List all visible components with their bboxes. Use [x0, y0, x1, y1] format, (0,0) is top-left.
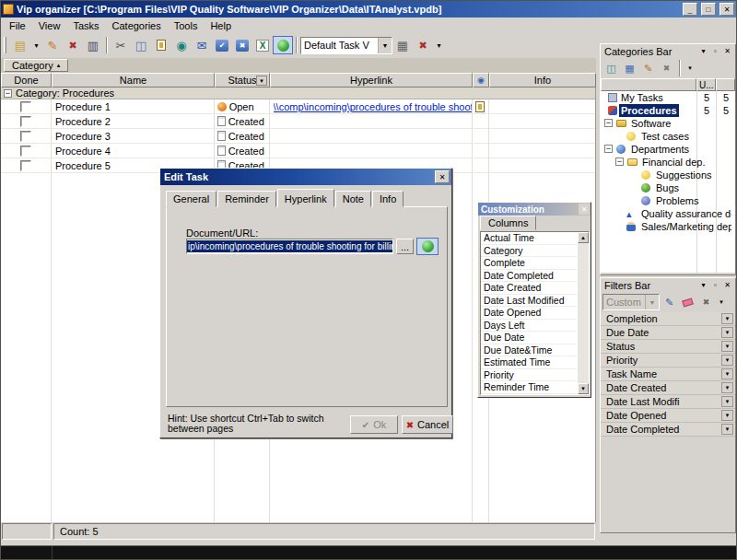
- column-item[interactable]: Reminder Time: [481, 381, 577, 394]
- collapse-icon[interactable]: −: [615, 158, 624, 166]
- menu-categories[interactable]: Categories: [106, 18, 168, 33]
- pin-icon[interactable]: ▫: [709, 279, 721, 291]
- column-item[interactable]: Estimated Time: [481, 356, 577, 369]
- table-row[interactable]: Procedure 2 Created: [1, 114, 595, 129]
- collapse-group-icon[interactable]: −: [4, 89, 12, 98]
- add-category-button[interactable]: ◫: [602, 60, 620, 76]
- tree-item-software[interactable]: − Software: [601, 117, 735, 130]
- copy-button[interactable]: ◫: [131, 36, 151, 54]
- filter-row-priority[interactable]: Priority▼: [601, 354, 735, 368]
- print-button[interactable]: ▥: [83, 36, 103, 54]
- new-subcategory-button[interactable]: ▦: [621, 60, 638, 76]
- column-item[interactable]: Actual Time: [481, 232, 577, 245]
- delete-category-button[interactable]: ✖: [658, 60, 675, 76]
- column-item[interactable]: Category: [481, 245, 577, 258]
- tab-general[interactable]: General: [166, 191, 216, 207]
- column-item[interactable]: Date Completed: [481, 270, 577, 283]
- collapse-icon[interactable]: −: [604, 119, 613, 127]
- table-row[interactable]: Procedure 1 Open \\comp\incoming\procedu…: [1, 99, 595, 114]
- column-header-status[interactable]: Status ▼: [215, 73, 270, 88]
- total-column-header[interactable]: [716, 78, 735, 91]
- tree-item-quality-assurance[interactable]: ▴ Quality assurance de: [601, 207, 735, 220]
- export-excel-button[interactable]: X: [252, 36, 273, 54]
- column-item[interactable]: Complete: [481, 257, 577, 270]
- tab-note[interactable]: Note: [335, 191, 371, 207]
- panel-menu-icon[interactable]: ▾: [697, 279, 709, 291]
- email-task-button[interactable]: ✉: [192, 36, 212, 54]
- tree-item-bugs[interactable]: Bugs: [601, 181, 735, 194]
- combo-arrow-icon[interactable]: ▼: [378, 38, 392, 53]
- tree-item-financial-dep[interactable]: − Financial dep.: [601, 156, 735, 169]
- delete-filter-button[interactable]: ✖: [697, 294, 715, 310]
- cancel-button[interactable]: ✖ Cancel: [402, 415, 453, 434]
- filter-row-task-name[interactable]: Task Name▼: [601, 368, 735, 381]
- category-column-header[interactable]: [601, 78, 696, 91]
- task-view-combo[interactable]: Default Task V ▼: [300, 37, 392, 54]
- maximize-button[interactable]: □: [701, 3, 716, 16]
- filter-dropdown-icon[interactable]: ▼: [721, 355, 733, 366]
- tab-info[interactable]: Info: [372, 191, 404, 207]
- table-row[interactable]: Procedure 3 Created: [1, 129, 595, 144]
- tree-item-suggestions[interactable]: Suggestions: [601, 169, 735, 181]
- hyperlink-button[interactable]: [273, 36, 293, 54]
- filter-row-date-created[interactable]: Date Created▼: [601, 381, 735, 395]
- edit-category-button[interactable]: ✎: [639, 60, 657, 76]
- filter-dropdown-icon[interactable]: ▼: [721, 410, 733, 421]
- uncompleted-column-header[interactable]: U...: [696, 78, 716, 91]
- group-row[interactable]: − Category: Procedures: [1, 88, 595, 99]
- filter-row-status[interactable]: Status▼: [601, 340, 735, 354]
- menu-file[interactable]: File: [3, 18, 32, 33]
- scrollbar[interactable]: ▲ ▼: [578, 232, 589, 394]
- filter-row-date-completed[interactable]: Date Completed▼: [601, 423, 735, 437]
- filter-dropdown-icon[interactable]: ▼: [721, 382, 733, 393]
- categories-overflow-dropdown[interactable]: ▾: [684, 60, 696, 76]
- cut-button[interactable]: ✂: [111, 36, 131, 54]
- menu-tasks[interactable]: Tasks: [66, 18, 105, 33]
- new-task-button[interactable]: ▤: [10, 36, 30, 54]
- column-item[interactable]: Due Date&Time: [481, 344, 577, 357]
- filter-dropdown-icon[interactable]: ▼: [721, 313, 733, 324]
- menu-help[interactable]: Help: [204, 18, 238, 33]
- delete-task-button[interactable]: ✖: [63, 36, 83, 54]
- clear-filter-button[interactable]: [679, 294, 696, 310]
- open-hyperlink-button[interactable]: [416, 238, 439, 255]
- column-item[interactable]: Date Created: [481, 282, 577, 295]
- document-url-input[interactable]: ip\incoming\procedures of trouble shooti…: [186, 239, 393, 254]
- filter-row-due-date[interactable]: Due Date▼: [601, 326, 735, 340]
- ok-button[interactable]: ✔ Ok: [350, 415, 398, 434]
- complete-task-button[interactable]: ✔: [212, 36, 232, 54]
- view-task-button[interactable]: ◉: [171, 36, 192, 54]
- task-hyperlink[interactable]: \\comp\incoming\procedures of trouble sh…: [274, 101, 473, 112]
- done-checkbox[interactable]: [20, 101, 31, 112]
- column-item[interactable]: Priority: [481, 369, 577, 382]
- scroll-down-icon[interactable]: ▼: [578, 383, 589, 394]
- hyperlink-column-icon[interactable]: ◉: [473, 73, 489, 88]
- close-button[interactable]: ✕: [719, 3, 734, 16]
- done-checkbox[interactable]: [20, 131, 31, 142]
- pin-icon[interactable]: ▫: [709, 45, 721, 57]
- filter-row-date-opened[interactable]: Date Opened▼: [601, 409, 735, 423]
- done-checkbox[interactable]: [20, 116, 31, 127]
- done-checkbox[interactable]: [20, 146, 31, 157]
- tab-columns[interactable]: Columns: [480, 216, 536, 230]
- tree-item-problems[interactable]: Problems: [601, 194, 735, 207]
- tree-item-procedures[interactable]: Procedures 5 5: [601, 104, 735, 117]
- edit-task-button[interactable]: ✎: [42, 36, 63, 54]
- column-header-info[interactable]: Info: [489, 73, 596, 88]
- filter-dropdown-icon[interactable]: ▼: [721, 424, 733, 435]
- edit-filter-button[interactable]: ✎: [661, 294, 678, 310]
- dialog-close-button[interactable]: ✕: [435, 170, 450, 183]
- column-header-name[interactable]: Name: [52, 73, 215, 88]
- filter-preset-combo[interactable]: Custom ▼: [602, 294, 660, 310]
- filter-dropdown-icon[interactable]: ▼: [721, 368, 733, 379]
- tab-hyperlink[interactable]: Hyperlink: [277, 189, 334, 207]
- view-overflow-dropdown[interactable]: ▾: [433, 36, 445, 54]
- menu-view[interactable]: View: [32, 18, 67, 33]
- tree-item-test-cases[interactable]: Test cases: [601, 130, 735, 143]
- panel-close-icon[interactable]: ✕: [721, 45, 733, 57]
- customization-close-icon[interactable]: ✕: [579, 204, 590, 215]
- filters-overflow-dropdown[interactable]: ▾: [716, 294, 727, 310]
- filter-dropdown-icon[interactable]: ▼: [721, 396, 733, 407]
- menu-tools[interactable]: Tools: [168, 18, 205, 33]
- column-item[interactable]: Date Opened: [481, 307, 577, 320]
